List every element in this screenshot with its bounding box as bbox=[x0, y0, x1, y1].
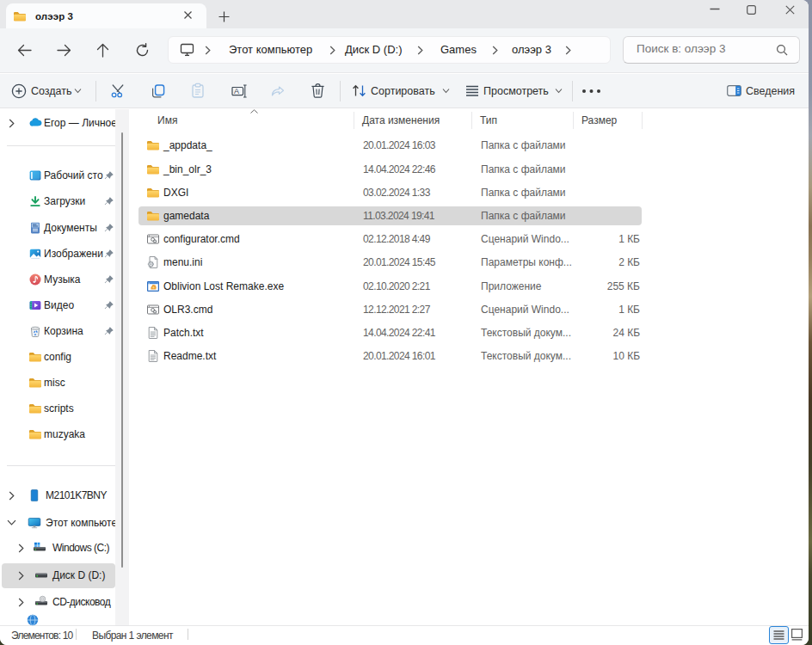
svg-text:A: A bbox=[234, 87, 239, 95]
